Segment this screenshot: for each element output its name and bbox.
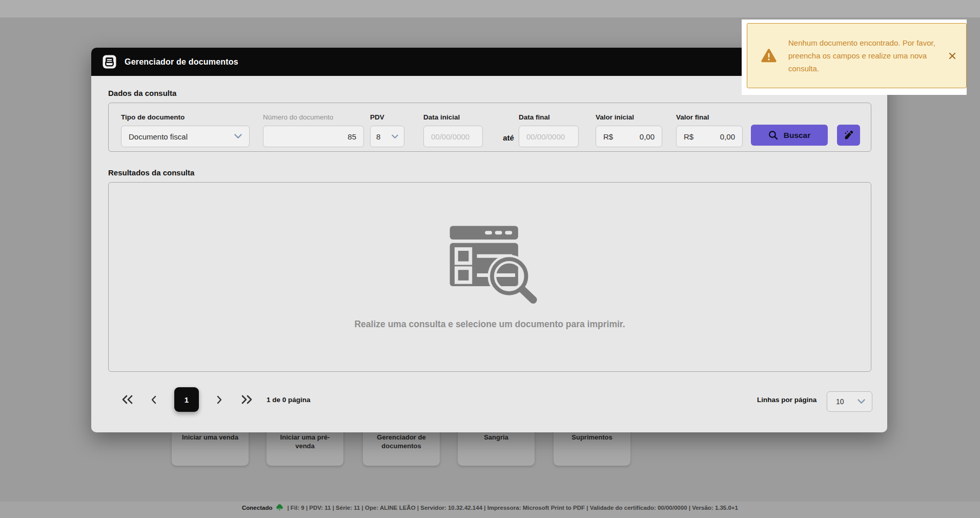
page-info: 1 de 0 página xyxy=(267,396,311,404)
pdv-select[interactable]: 8 xyxy=(370,126,404,147)
pdv-group: PDV 8 xyxy=(370,113,404,147)
chevron-down-icon xyxy=(858,399,865,404)
search-button[interactable]: Buscar xyxy=(751,125,828,146)
start-value-input[interactable]: R$ 0,00 xyxy=(596,126,662,147)
connection-tree-icon xyxy=(276,504,283,511)
broom-clean-icon xyxy=(843,129,854,141)
document-manager-icon xyxy=(103,55,116,69)
document-type-select[interactable]: Documento fiscal xyxy=(121,126,250,147)
status-details: | Fil: 9 | PDV: 11 | Série: 11 | Ope: AL… xyxy=(287,505,738,511)
clear-filters-button[interactable] xyxy=(837,125,860,146)
query-section-title: Dados da consulta xyxy=(108,89,176,97)
rows-per-page-value: 10 xyxy=(836,397,844,406)
search-button-label: Buscar xyxy=(784,131,811,140)
document-type-value: Documento fiscal xyxy=(129,132,188,141)
results-section-title: Resultados da consulta xyxy=(108,168,194,177)
start-date-input[interactable] xyxy=(423,126,483,147)
query-form: Tipo de documento Documento fiscal Númer… xyxy=(108,103,871,152)
last-page-button[interactable] xyxy=(239,393,254,406)
currency-prefix: R$ xyxy=(684,132,693,141)
end-value-label: Valor final xyxy=(676,113,743,122)
toast-container: Nenhum documento encontrado. Por favor, … xyxy=(742,19,967,95)
document-manager-dialog: Gerenciador de documentos Dados da consu… xyxy=(91,48,887,432)
document-type-label: Tipo de documento xyxy=(121,113,250,122)
end-value-input[interactable]: R$ 0,00 xyxy=(676,126,743,147)
document-number-input[interactable] xyxy=(263,126,364,147)
status-bar: Conectado | Fil: 9 | PDV: 11 | Série: 11… xyxy=(0,504,980,511)
search-icon xyxy=(768,130,778,140)
pdv-label: PDV xyxy=(370,113,404,122)
end-date-label: Data final xyxy=(519,113,579,122)
pdv-value: 8 xyxy=(376,132,380,141)
start-value-group: Valor inicial R$ 0,00 xyxy=(596,113,662,147)
chevron-down-icon xyxy=(234,134,242,139)
warning-triangle-icon xyxy=(761,48,777,63)
end-date-input[interactable] xyxy=(519,126,579,147)
date-range-separator: até xyxy=(496,133,521,142)
chevron-down-icon xyxy=(392,134,398,139)
document-number-group: Número do documento xyxy=(263,113,364,147)
background-top-band xyxy=(0,0,980,17)
first-page-button[interactable] xyxy=(120,393,135,406)
end-value-amount: 0,00 xyxy=(720,132,735,141)
rows-per-page-select[interactable]: 10 xyxy=(827,391,872,412)
start-value-label: Valor inicial xyxy=(596,113,662,122)
toast-close-button[interactable] xyxy=(947,50,958,62)
screen: Iniciar uma venda Iniciar uma pré-venda … xyxy=(0,0,980,518)
dialog-title: Gerenciador de documentos xyxy=(125,57,238,67)
document-type-group: Tipo de documento Documento fiscal xyxy=(121,113,250,147)
currency-prefix: R$ xyxy=(603,132,613,141)
end-date-group: Data final xyxy=(519,113,579,147)
warning-toast: Nenhum documento encontrado. Por favor, … xyxy=(747,23,967,88)
previous-page-button[interactable] xyxy=(149,394,159,405)
toast-message: Nenhum documento encontrado. Por favor, … xyxy=(788,36,935,75)
start-date-label: Data inicial xyxy=(423,113,483,122)
document-number-label: Número do documento xyxy=(263,113,364,122)
current-page-button[interactable]: 1 xyxy=(174,387,199,412)
rows-per-page-label: Linhas por página xyxy=(757,396,816,404)
results-panel: Realize uma consulta e selecione um docu… xyxy=(108,182,871,372)
empty-results-icon xyxy=(440,223,540,307)
start-value-amount: 0,00 xyxy=(640,132,655,141)
end-value-group: Valor final R$ 0,00 xyxy=(676,113,743,147)
empty-results-message: Realize uma consulta e selecione um docu… xyxy=(354,319,625,330)
next-page-button[interactable] xyxy=(214,394,224,405)
connected-label: Conectado xyxy=(242,505,272,511)
start-date-group: Data inicial xyxy=(423,113,483,147)
